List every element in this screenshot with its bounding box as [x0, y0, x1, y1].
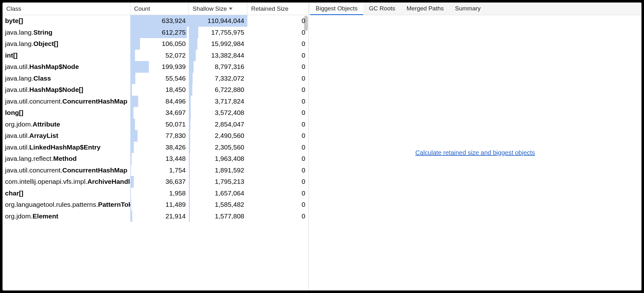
table-row[interactable]: java.util.ArrayList77,8302,490,5600	[3, 130, 308, 142]
class-name: ArrayList	[29, 132, 58, 139]
table-row[interactable]: java.lang.String612,27517,755,9750	[3, 27, 308, 38]
table-row[interactable]: java.util.LinkedHashMap$Entry38,4262,305…	[3, 142, 308, 153]
retained-cell: 0	[247, 176, 308, 188]
shallow-bar	[189, 119, 190, 130]
tab-biggest[interactable]: Biggest Objects	[310, 3, 363, 15]
class-cell: org.languagetool.rules.patterns.PatternT…	[3, 199, 130, 211]
shallow-cell: 15,992,984	[189, 38, 247, 50]
tab-gcroots[interactable]: GC Roots	[363, 3, 401, 15]
shallow-value: 3,572,408	[215, 109, 244, 116]
count-value: 21,914	[166, 212, 186, 220]
count-value: 52,072	[166, 52, 186, 59]
count-cell: 21,914	[130, 211, 189, 222]
retained-value: 0	[302, 29, 305, 36]
header-retained-size[interactable]: Retained Size	[247, 3, 308, 15]
shallow-cell: 2,305,560	[189, 142, 247, 153]
table-row[interactable]: java.util.concurrent.ConcurrentHashMap84…	[3, 96, 308, 107]
shallow-value: 1,585,482	[215, 201, 244, 208]
shallow-value: 15,992,984	[211, 40, 244, 48]
count-cell: 106,050	[130, 38, 189, 50]
class-name: long[]	[5, 109, 23, 116]
count-bar	[130, 50, 135, 61]
shallow-bar	[189, 188, 190, 199]
table-row[interactable]: org.languagetool.rules.patterns.PatternT…	[3, 199, 308, 211]
table-row[interactable]: java.util.HashMap$Node[]18,4506,722,8800	[3, 84, 308, 96]
sort-desc-icon	[229, 8, 233, 10]
header-shallow-size[interactable]: Shallow Size	[189, 3, 247, 15]
table-row[interactable]: java.lang.reflect.Method13,4481,963,4080	[3, 153, 308, 165]
shallow-value: 6,722,880	[215, 86, 244, 93]
retained-value: 0	[302, 109, 305, 116]
count-cell: 84,496	[130, 96, 189, 107]
table-row[interactable]: java.util.concurrent.ConcurrentHashMap1,…	[3, 165, 308, 176]
count-value: 77,830	[166, 132, 186, 139]
tab-summary[interactable]: Summary	[449, 3, 486, 15]
class-cell: java.util.LinkedHashMap$Entry	[3, 142, 130, 153]
retained-cell: 0	[247, 38, 308, 50]
class-table: Class Count Shallow Size Retained Size b…	[3, 3, 309, 290]
class-name: int[]	[5, 52, 18, 59]
table-row[interactable]: org.jdom.Element21,9141,577,8080	[3, 211, 308, 222]
package-prefix: java.util.	[5, 132, 29, 139]
count-bar	[130, 119, 135, 130]
shallow-value: 13,382,844	[211, 52, 244, 59]
count-cell: 34,697	[130, 107, 189, 119]
shallow-cell: 6,722,880	[189, 84, 247, 96]
count-cell: 13,448	[130, 153, 189, 165]
class-name: HashMap$Node[]	[29, 86, 83, 93]
table-row[interactable]: char[]1,9581,657,0640	[3, 188, 308, 199]
shallow-bar	[189, 165, 190, 176]
class-cell: java.util.ArrayList	[3, 130, 130, 142]
table-row[interactable]: byte[]633,924110,944,0440	[3, 15, 308, 27]
count-bar	[130, 142, 134, 153]
shallow-value: 2,854,047	[215, 121, 244, 128]
shallow-cell: 1,891,592	[189, 165, 247, 176]
package-prefix: java.util.concurrent.	[5, 98, 62, 105]
header-shallow-label: Shallow Size	[193, 5, 227, 12]
count-bar	[130, 165, 131, 176]
shallow-value: 8,797,316	[215, 63, 244, 70]
table-row[interactable]: java.lang.Class55,5467,332,0720	[3, 73, 308, 84]
retained-value: 0	[302, 132, 305, 139]
calculate-retained-link[interactable]: Calculate retained size and biggest obje…	[415, 149, 535, 156]
retained-value: 0	[302, 155, 305, 162]
package-prefix: com.intellij.openapi.vfs.impl.	[5, 178, 87, 185]
count-value: 34,697	[166, 109, 186, 116]
shallow-cell: 3,717,824	[189, 96, 247, 107]
class-cell: java.lang.Object[]	[3, 38, 130, 50]
table-row[interactable]: java.util.HashMap$Node199,9398,797,3160	[3, 61, 308, 73]
shallow-bar	[189, 38, 197, 50]
count-value: 1,958	[169, 189, 186, 197]
shallow-cell: 1,577,808	[189, 211, 247, 222]
shallow-cell: 1,585,482	[189, 199, 247, 211]
count-value: 1,754	[169, 166, 186, 174]
table-row[interactable]: long[]34,6973,572,4080	[3, 107, 308, 119]
table-header: Class Count Shallow Size Retained Size	[3, 3, 308, 15]
retained-cell: 0	[247, 84, 308, 96]
table-body[interactable]: byte[]633,924110,944,0440java.lang.Strin…	[3, 15, 308, 290]
class-name: ConcurrentHashMap	[62, 98, 127, 105]
shallow-bar	[189, 96, 191, 107]
retained-cell: 0	[247, 211, 308, 222]
class-name: HashMap$Node	[29, 63, 79, 70]
class-name: byte[]	[5, 17, 23, 25]
shallow-cell: 1,657,064	[189, 188, 247, 199]
class-cell: long[]	[3, 107, 130, 119]
shallow-bar	[189, 61, 194, 73]
shallow-cell: 2,854,047	[189, 119, 247, 130]
count-bar	[130, 188, 131, 199]
table-row[interactable]: org.jdom.Attribute50,0712,854,0470	[3, 119, 308, 130]
table-row[interactable]: java.lang.Object[]106,05015,992,9840	[3, 38, 308, 50]
count-bar	[130, 38, 140, 50]
retained-cell: 0	[247, 142, 308, 153]
header-class[interactable]: Class	[3, 3, 130, 15]
table-row[interactable]: com.intellij.openapi.vfs.impl.ArchiveHan…	[3, 176, 308, 188]
count-cell: 52,072	[130, 50, 189, 61]
shallow-value: 1,577,808	[215, 212, 244, 220]
table-row[interactable]: int[]52,07213,382,8440	[3, 50, 308, 61]
tab-merged[interactable]: Merged Paths	[401, 3, 449, 15]
header-count[interactable]: Count	[130, 3, 189, 15]
count-value: 13,448	[166, 155, 186, 162]
class-cell: org.jdom.Element	[3, 211, 130, 222]
package-prefix: org.languagetool.rules.patterns.	[5, 201, 98, 208]
